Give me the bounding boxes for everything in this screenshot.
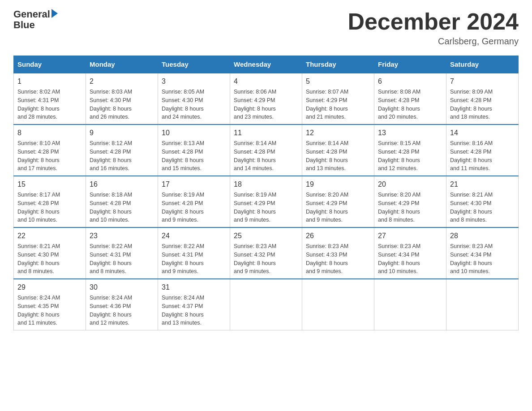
day-number: 16 [90, 179, 154, 190]
day-info: Sunrise: 8:24 AMSunset: 4:37 PMDaylight:… [162, 294, 226, 327]
day-number: 27 [378, 231, 442, 241]
day-number: 21 [450, 179, 515, 190]
calendar-cell-5-1: 29Sunrise: 8:24 AMSunset: 4:35 PMDayligh… [14, 279, 86, 330]
day-info: Sunrise: 8:21 AMSunset: 4:30 PMDaylight:… [17, 242, 82, 276]
day-number: 20 [378, 179, 442, 190]
header-thursday: Thursday [302, 56, 374, 73]
day-number: 28 [450, 231, 515, 241]
day-number: 7 [450, 76, 515, 87]
calendar-cell-1-4: 4Sunrise: 8:06 AMSunset: 4:29 PMDaylight… [230, 73, 302, 124]
calendar-cell-4-6: 27Sunrise: 8:23 AMSunset: 4:34 PMDayligh… [374, 227, 446, 279]
day-info: Sunrise: 8:23 AMSunset: 4:34 PMDaylight:… [378, 242, 442, 276]
calendar-cell-3-6: 20Sunrise: 8:20 AMSunset: 4:29 PMDayligh… [374, 176, 446, 227]
calendar-week-1: 1Sunrise: 8:02 AMSunset: 4:31 PMDaylight… [14, 73, 519, 124]
day-info: Sunrise: 8:03 AMSunset: 4:30 PMDaylight:… [90, 88, 154, 121]
day-info: Sunrise: 8:02 AMSunset: 4:31 PMDaylight:… [17, 88, 82, 121]
day-number: 13 [378, 128, 442, 138]
day-info: Sunrise: 8:23 AMSunset: 4:33 PMDaylight:… [306, 242, 370, 276]
day-info: Sunrise: 8:14 AMSunset: 4:28 PMDaylight:… [234, 139, 298, 173]
title-section: December 2024 Carlsberg, Germany [348, 9, 519, 47]
calendar-cell-2-2: 9Sunrise: 8:12 AMSunset: 4:28 PMDaylight… [86, 124, 158, 176]
day-info: Sunrise: 8:08 AMSunset: 4:28 PMDaylight:… [378, 88, 442, 121]
calendar-cell-3-7: 21Sunrise: 8:21 AMSunset: 4:30 PMDayligh… [446, 176, 519, 227]
day-info: Sunrise: 8:23 AMSunset: 4:34 PMDaylight:… [450, 242, 515, 276]
logo-arrow-icon [51, 9, 58, 18]
header-wednesday: Wednesday [230, 56, 302, 73]
day-number: 31 [162, 282, 226, 293]
calendar-cell-5-7 [446, 279, 519, 330]
day-number: 23 [90, 231, 154, 241]
calendar-week-2: 8Sunrise: 8:10 AMSunset: 4:28 PMDaylight… [14, 124, 519, 176]
calendar-cell-2-6: 13Sunrise: 8:15 AMSunset: 4:28 PMDayligh… [374, 124, 446, 176]
day-number: 6 [378, 76, 442, 87]
header-tuesday: Tuesday [158, 56, 230, 73]
day-info: Sunrise: 8:10 AMSunset: 4:28 PMDaylight:… [17, 139, 82, 173]
day-info: Sunrise: 8:24 AMSunset: 4:36 PMDaylight:… [90, 294, 154, 327]
logo-text-general: General [13, 9, 50, 20]
day-number: 14 [450, 128, 515, 138]
day-number: 19 [306, 179, 370, 190]
calendar-cell-3-2: 16Sunrise: 8:18 AMSunset: 4:28 PMDayligh… [86, 176, 158, 227]
day-info: Sunrise: 8:23 AMSunset: 4:32 PMDaylight:… [234, 242, 298, 276]
day-info: Sunrise: 8:22 AMSunset: 4:31 PMDaylight:… [162, 242, 226, 276]
day-info: Sunrise: 8:12 AMSunset: 4:28 PMDaylight:… [90, 139, 154, 173]
day-number: 5 [306, 76, 370, 87]
day-info: Sunrise: 8:17 AMSunset: 4:28 PMDaylight:… [17, 191, 82, 224]
day-number: 11 [234, 128, 298, 138]
calendar-cell-2-4: 11Sunrise: 8:14 AMSunset: 4:28 PMDayligh… [230, 124, 302, 176]
header-friday: Friday [374, 56, 446, 73]
day-number: 30 [90, 282, 154, 293]
day-number: 15 [17, 179, 82, 190]
day-number: 1 [17, 76, 82, 87]
day-number: 22 [17, 231, 82, 241]
logo-text-blue: Blue [13, 20, 35, 30]
day-number: 25 [234, 231, 298, 241]
day-info: Sunrise: 8:14 AMSunset: 4:28 PMDaylight:… [306, 139, 370, 173]
calendar-week-5: 29Sunrise: 8:24 AMSunset: 4:35 PMDayligh… [14, 279, 519, 330]
calendar-cell-4-2: 23Sunrise: 8:22 AMSunset: 4:31 PMDayligh… [86, 227, 158, 279]
day-number: 26 [306, 231, 370, 241]
header-monday: Monday [86, 56, 158, 73]
day-number: 12 [306, 128, 370, 138]
day-info: Sunrise: 8:06 AMSunset: 4:29 PMDaylight:… [234, 88, 298, 121]
day-info: Sunrise: 8:22 AMSunset: 4:31 PMDaylight:… [90, 242, 154, 276]
calendar-cell-5-2: 30Sunrise: 8:24 AMSunset: 4:36 PMDayligh… [86, 279, 158, 330]
day-info: Sunrise: 8:07 AMSunset: 4:29 PMDaylight:… [306, 88, 370, 121]
calendar-cell-4-1: 22Sunrise: 8:21 AMSunset: 4:30 PMDayligh… [14, 227, 86, 279]
header-sunday: Sunday [14, 56, 86, 73]
calendar-cell-2-1: 8Sunrise: 8:10 AMSunset: 4:28 PMDaylight… [14, 124, 86, 176]
calendar-cell-3-5: 19Sunrise: 8:20 AMSunset: 4:29 PMDayligh… [302, 176, 374, 227]
day-info: Sunrise: 8:13 AMSunset: 4:28 PMDaylight:… [162, 139, 226, 173]
logo: General Blue [13, 9, 58, 30]
day-info: Sunrise: 8:20 AMSunset: 4:29 PMDaylight:… [306, 191, 370, 224]
day-number: 29 [17, 282, 82, 293]
day-info: Sunrise: 8:20 AMSunset: 4:29 PMDaylight:… [378, 191, 442, 224]
calendar-cell-1-7: 7Sunrise: 8:09 AMSunset: 4:28 PMDaylight… [446, 73, 519, 124]
header-saturday: Saturday [446, 56, 519, 73]
day-info: Sunrise: 8:05 AMSunset: 4:30 PMDaylight:… [162, 88, 226, 121]
calendar-cell-2-5: 12Sunrise: 8:14 AMSunset: 4:28 PMDayligh… [302, 124, 374, 176]
day-number: 2 [90, 76, 154, 87]
day-number: 4 [234, 76, 298, 87]
calendar-cell-3-1: 15Sunrise: 8:17 AMSunset: 4:28 PMDayligh… [14, 176, 86, 227]
month-title: December 2024 [348, 9, 519, 34]
day-number: 18 [234, 179, 298, 190]
day-number: 8 [17, 128, 82, 138]
calendar-cell-1-1: 1Sunrise: 8:02 AMSunset: 4:31 PMDaylight… [14, 73, 86, 124]
location: Carlsberg, Germany [348, 36, 519, 47]
day-number: 9 [90, 128, 154, 138]
calendar-cell-5-3: 31Sunrise: 8:24 AMSunset: 4:37 PMDayligh… [158, 279, 230, 330]
calendar-cell-3-3: 17Sunrise: 8:19 AMSunset: 4:28 PMDayligh… [158, 176, 230, 227]
day-number: 3 [162, 76, 226, 87]
calendar-cell-1-2: 2Sunrise: 8:03 AMSunset: 4:30 PMDaylight… [86, 73, 158, 124]
day-info: Sunrise: 8:24 AMSunset: 4:35 PMDaylight:… [17, 294, 82, 327]
calendar-cell-4-7: 28Sunrise: 8:23 AMSunset: 4:34 PMDayligh… [446, 227, 519, 279]
calendar-cell-1-3: 3Sunrise: 8:05 AMSunset: 4:30 PMDaylight… [158, 73, 230, 124]
calendar-cell-2-7: 14Sunrise: 8:16 AMSunset: 4:28 PMDayligh… [446, 124, 519, 176]
calendar-cell-4-5: 26Sunrise: 8:23 AMSunset: 4:33 PMDayligh… [302, 227, 374, 279]
calendar-cell-3-4: 18Sunrise: 8:19 AMSunset: 4:29 PMDayligh… [230, 176, 302, 227]
day-info: Sunrise: 8:21 AMSunset: 4:30 PMDaylight:… [450, 191, 515, 224]
calendar-cell-5-5 [302, 279, 374, 330]
calendar-cell-4-4: 25Sunrise: 8:23 AMSunset: 4:32 PMDayligh… [230, 227, 302, 279]
day-info: Sunrise: 8:19 AMSunset: 4:29 PMDaylight:… [234, 191, 298, 224]
